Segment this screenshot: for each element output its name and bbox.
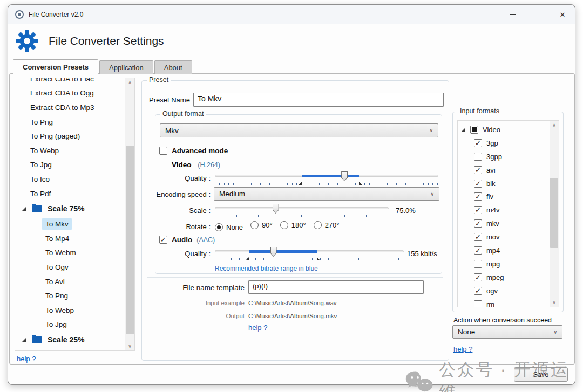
preset-list-item[interactable]: To Png [15, 115, 125, 129]
expander-icon[interactable] [22, 207, 26, 211]
tab-about[interactable]: About [154, 60, 192, 74]
scrollbar-thumb[interactable] [550, 178, 558, 248]
scroll-down-icon[interactable]: ∨ [550, 298, 559, 307]
preset-list-item[interactable]: To Jpg [15, 318, 125, 332]
file-name-template-input[interactable]: (p)(f) [248, 280, 424, 294]
format-tree-row[interactable]: mpg [458, 257, 550, 271]
formats-help-link[interactable]: help ? [453, 345, 472, 353]
slider-thumb[interactable] [341, 171, 348, 181]
expander-icon[interactable] [22, 338, 26, 342]
video-scale-slider[interactable] [215, 203, 389, 214]
format-checkbox[interactable]: ✓ [474, 287, 482, 295]
radio-icon[interactable] [215, 223, 223, 231]
rotate-option[interactable]: 270° [314, 221, 340, 229]
wechat-icon [405, 368, 433, 392]
format-checkbox[interactable]: ✓ [474, 246, 482, 255]
format-checkbox[interactable] [474, 153, 482, 161]
close-button[interactable]: ✕ [550, 5, 575, 24]
save-button[interactable]: Save [514, 367, 568, 382]
format-tree-row[interactable]: 3gpp [458, 150, 550, 163]
minimize-button[interactable] [500, 5, 525, 24]
formats-scrollbar[interactable]: ∧ ∨ [550, 121, 559, 307]
format-checkbox[interactable]: ✓ [474, 219, 482, 228]
format-label: Video [483, 126, 500, 134]
preset-list-item[interactable]: To Webp [15, 143, 125, 158]
preset-list-item[interactable]: Scale 75% [15, 201, 125, 217]
preset-list-scrollbar[interactable]: ∧ ∨ [125, 78, 134, 350]
format-label: avi [486, 166, 496, 174]
audio-quality-slider[interactable] [215, 246, 404, 257]
format-checkbox[interactable]: ✓ [474, 206, 482, 214]
preset-list-item[interactable]: To Pdf [15, 187, 125, 201]
format-tree-row[interactable]: rm [458, 298, 550, 307]
audio-checkbox[interactable]: ✓ [159, 236, 167, 244]
format-tree-row[interactable]: ✓flv [458, 190, 550, 203]
sidebar-help-link[interactable]: help ? [17, 355, 36, 363]
preset-list-item[interactable]: Extract CDA to Mp3 [15, 100, 125, 115]
preset-list-item[interactable]: To Avi [15, 274, 125, 289]
format-checkbox[interactable] [470, 126, 478, 134]
format-tree-row[interactable]: ✓mkv [458, 217, 550, 230]
format-checkbox[interactable]: ✓ [474, 273, 482, 281]
format-checkbox[interactable]: ✓ [474, 166, 482, 174]
preset-item-label-selected: To Mkv [42, 218, 72, 230]
format-tree-row[interactable]: Video [458, 123, 550, 136]
format-checkbox[interactable]: ✓ [474, 233, 482, 241]
format-checkbox[interactable]: ✓ [474, 192, 482, 201]
template-help-link[interactable]: help ? [248, 324, 267, 332]
format-tree-row[interactable]: ✓avi [458, 163, 550, 177]
expander-icon[interactable] [462, 128, 465, 132]
preset-name-input[interactable]: To Mkv [193, 93, 444, 107]
preset-list-item[interactable]: To Jpg [15, 158, 125, 173]
preset-list-item[interactable]: Extract CDA to Ogg [15, 86, 125, 101]
preset-list-item[interactable]: To Mp4 [15, 231, 125, 246]
action-select[interactable]: None ∨ [452, 325, 562, 339]
format-checkbox[interactable] [474, 300, 482, 307]
video-quality-slider[interactable] [215, 171, 438, 181]
rotate-option[interactable]: 180° [280, 221, 306, 229]
preset-list-item[interactable]: Extract CDA to Flac [15, 78, 125, 86]
preset-list-item[interactable]: To Ogv [15, 260, 125, 274]
maximize-button[interactable] [525, 5, 550, 24]
format-tree-row[interactable]: ✓mov [458, 230, 550, 244]
output-example-label: Output [147, 313, 245, 319]
preset-list-item[interactable]: To Mkv [15, 217, 125, 231]
radio-icon[interactable] [314, 221, 322, 229]
advanced-mode-checkbox[interactable] [159, 147, 167, 155]
preset-item-label: To Webp [30, 147, 59, 155]
preset-list-item[interactable]: To Png (paged) [15, 129, 125, 143]
rotate-option[interactable]: None [215, 223, 243, 231]
format-checkbox[interactable]: ✓ [474, 180, 482, 188]
format-tree-row[interactable]: ✓ogv [458, 284, 550, 298]
slider-thumb[interactable] [273, 204, 279, 214]
rotate-option[interactable]: 90° [250, 221, 273, 229]
scroll-up-icon[interactable]: ∧ [550, 121, 559, 129]
format-checkbox[interactable]: ✓ [474, 139, 482, 147]
encoding-speed-select[interactable]: Medium ∨ [214, 187, 439, 201]
format-tree-row[interactable]: ✓bik [458, 177, 550, 190]
scrollbar-thumb[interactable] [126, 146, 134, 334]
tab-application[interactable]: Application [99, 60, 153, 74]
radio-icon[interactable] [250, 221, 259, 229]
format-tree-row[interactable]: ✓mp4 [458, 244, 550, 257]
preset-list-item[interactable]: To Png [15, 288, 125, 303]
radio-icon[interactable] [280, 221, 288, 229]
preset-item-label: Extract CDA to Flac [30, 78, 94, 83]
format-tree-row[interactable]: ✓3gp [458, 136, 550, 150]
preset-list-item[interactable]: To Webm [15, 246, 125, 260]
preset-item-label: To Ogv [42, 262, 72, 273]
format-tree-row[interactable]: ✓mpeg [458, 271, 550, 284]
slider-thumb[interactable] [270, 247, 277, 257]
input-formats-group: Input formats Video✓3gp3gpp✓avi✓bik✓flv✓… [452, 112, 564, 312]
preset-list-item[interactable]: Scale 25% [15, 332, 125, 348]
preset-list-item[interactable]: To Ico [15, 172, 125, 187]
scroll-down-icon[interactable]: ∨ [125, 342, 134, 350]
preset-item-label: To Mp4 [42, 233, 72, 244]
output-format-select[interactable]: Mkv ∨ [160, 123, 438, 137]
video-scale-label: Scale : [155, 207, 211, 215]
preset-list-item[interactable]: To Webp [15, 303, 125, 318]
format-tree-row[interactable]: ✓m4v [458, 203, 550, 217]
scroll-up-icon[interactable]: ∧ [125, 78, 134, 87]
tab-conversion-presets[interactable]: Conversion Presets [13, 59, 98, 74]
format-checkbox[interactable] [474, 260, 482, 268]
